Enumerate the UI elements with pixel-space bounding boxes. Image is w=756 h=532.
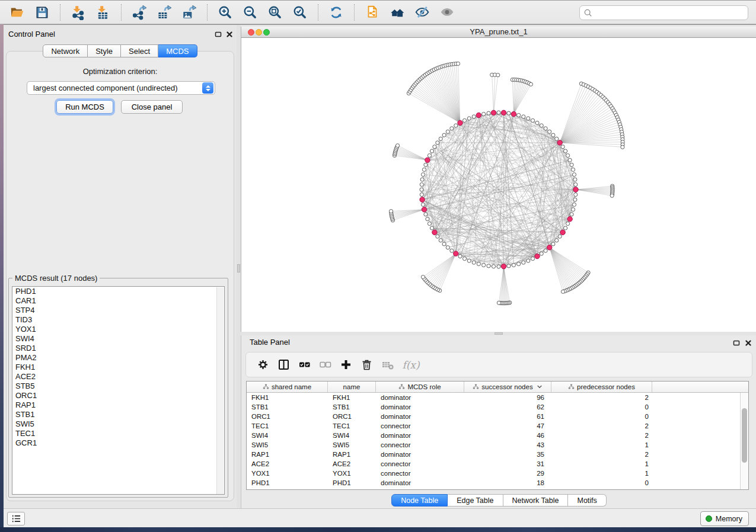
graph-ring-node[interactable] bbox=[507, 111, 511, 115]
window-zoom-light[interactable] bbox=[263, 29, 270, 36]
graph-ring-node[interactable] bbox=[544, 127, 547, 130]
settings-icon[interactable] bbox=[256, 358, 270, 372]
cell-successor-nodes[interactable]: 46 bbox=[464, 431, 551, 440]
mcds-result-item[interactable]: ACE2 bbox=[12, 372, 224, 382]
graph-ring-node[interactable] bbox=[430, 226, 433, 230]
table-row[interactable]: SWI5SWI5connector431 bbox=[247, 440, 748, 450]
cell-MCDS-role[interactable]: dominator bbox=[376, 431, 464, 440]
cell-MCDS-role[interactable]: dominator bbox=[376, 478, 464, 488]
splitter-grip[interactable] bbox=[495, 332, 503, 335]
graph-ring-node[interactable] bbox=[507, 264, 511, 268]
graph-mcds-node[interactable] bbox=[425, 158, 430, 162]
mcds-result-item[interactable]: STP4 bbox=[12, 306, 224, 315]
graph-ring-node[interactable] bbox=[442, 133, 446, 137]
cell-predecessor-nodes[interactable]: 1 bbox=[551, 469, 652, 478]
run-mcds-button[interactable]: Run MCDS bbox=[56, 100, 113, 114]
save-session-icon[interactable] bbox=[33, 3, 52, 22]
column-header-successor-nodes[interactable]: successor nodes bbox=[464, 382, 551, 392]
cell-name[interactable]: YOX1 bbox=[328, 469, 376, 478]
graph-ring-node[interactable] bbox=[531, 257, 534, 260]
graph-mcds-node[interactable] bbox=[454, 251, 458, 256]
graph-mcds-node[interactable] bbox=[547, 245, 552, 250]
graph-mcds-node[interactable] bbox=[422, 207, 426, 211]
graph-ring-node[interactable] bbox=[482, 112, 486, 116]
graph-ring-node[interactable] bbox=[492, 265, 495, 268]
graph-ring-node[interactable] bbox=[517, 113, 521, 117]
cell-predecessor-nodes[interactable]: 2 bbox=[551, 450, 652, 459]
cell-successor-nodes[interactable]: 43 bbox=[464, 440, 551, 450]
graph-ring-node[interactable] bbox=[477, 262, 480, 265]
table-row[interactable]: TEC1TEC1connector472 bbox=[247, 421, 748, 431]
graph-ring-node[interactable] bbox=[422, 168, 426, 171]
cell-shared-name[interactable]: SWI5 bbox=[247, 440, 328, 450]
graph-leaf-node[interactable] bbox=[389, 209, 393, 213]
window-minimize-light[interactable] bbox=[256, 29, 262, 36]
graph-ring-node[interactable] bbox=[433, 145, 436, 149]
show-columns-icon[interactable] bbox=[276, 358, 291, 372]
network-graph[interactable] bbox=[241, 38, 756, 332]
cell-name[interactable]: ORC1 bbox=[328, 412, 376, 421]
graph-ring-node[interactable] bbox=[571, 208, 575, 211]
graph-ring-node[interactable] bbox=[535, 121, 539, 124]
graph-ring-node[interactable] bbox=[568, 158, 572, 162]
graph-ring-node[interactable] bbox=[572, 173, 576, 177]
graph-ring-node[interactable] bbox=[420, 178, 424, 181]
mcds-result-item[interactable]: TEC1 bbox=[12, 429, 224, 438]
mcds-result-item[interactable]: STB5 bbox=[12, 382, 224, 391]
graph-ring-node[interactable] bbox=[426, 217, 429, 221]
mcds-result-item[interactable]: ORC1 bbox=[12, 391, 224, 400]
graph-mcds-node[interactable] bbox=[560, 230, 565, 235]
graph-ring-node[interactable] bbox=[571, 168, 575, 171]
export-table-icon[interactable] bbox=[155, 3, 174, 22]
search-box[interactable] bbox=[579, 5, 748, 20]
graph-mcds-node[interactable] bbox=[535, 254, 540, 258]
table-row[interactable]: ACE2ACE2connector311 bbox=[247, 459, 748, 469]
graph-ring-node[interactable] bbox=[462, 118, 466, 122]
graph-ring-node[interactable] bbox=[527, 259, 530, 262]
graph-mcds-node[interactable] bbox=[501, 110, 506, 115]
graph-ring-node[interactable] bbox=[558, 235, 562, 238]
cell-shared-name[interactable]: ACE2 bbox=[247, 459, 328, 469]
graph-ring-node[interactable] bbox=[420, 182, 423, 186]
vertical-splitter[interactable] bbox=[237, 24, 241, 508]
graph-ring-node[interactable] bbox=[436, 141, 439, 145]
tab-node-table[interactable]: Node Table bbox=[391, 494, 448, 507]
graph-ring-node[interactable] bbox=[555, 239, 559, 242]
close-panel-icon[interactable] bbox=[744, 339, 752, 347]
optimization-criterion-select[interactable]: largest connected component (undirected) bbox=[27, 81, 215, 95]
refresh-icon[interactable] bbox=[327, 3, 346, 22]
cell-shared-name[interactable]: SWI4 bbox=[247, 431, 328, 440]
close-panel-icon[interactable] bbox=[225, 30, 234, 38]
cell-name[interactable]: RAP1 bbox=[328, 450, 376, 459]
zoom-fit-icon[interactable] bbox=[266, 3, 285, 22]
cell-predecessor-nodes[interactable]: 0 bbox=[551, 402, 652, 412]
graph-ring-node[interactable] bbox=[442, 242, 446, 246]
mcds-result-item[interactable]: CAR1 bbox=[12, 296, 224, 306]
deselect-all-icon[interactable] bbox=[318, 358, 332, 372]
table-row[interactable]: YOX1YOX1connector291 bbox=[247, 469, 748, 478]
cell-name[interactable]: STB1 bbox=[328, 402, 376, 412]
cell-shared-name[interactable]: TEC1 bbox=[247, 421, 328, 431]
cell-predecessor-nodes[interactable]: 1 bbox=[551, 440, 652, 450]
graph-leaf-node[interactable] bbox=[421, 275, 425, 278]
column-header-name[interactable]: name bbox=[328, 382, 376, 392]
graph-ring-node[interactable] bbox=[574, 182, 578, 186]
graph-ring-node[interactable] bbox=[566, 222, 569, 225]
cell-successor-nodes[interactable]: 47 bbox=[464, 421, 551, 431]
graph-mcds-node[interactable] bbox=[511, 111, 516, 116]
graph-ring-node[interactable] bbox=[420, 193, 423, 196]
graph-ring-node[interactable] bbox=[548, 130, 551, 133]
graph-ring-node[interactable] bbox=[527, 117, 530, 120]
mcds-result-item[interactable]: SWI4 bbox=[12, 334, 224, 344]
open-file-icon[interactable] bbox=[8, 3, 27, 22]
task-history-button[interactable] bbox=[7, 512, 25, 525]
mcds-result-item[interactable]: SRD1 bbox=[12, 344, 224, 353]
table-row[interactable]: STB1STB1dominator620 bbox=[247, 402, 748, 412]
graph-ring-node[interactable] bbox=[566, 153, 569, 157]
graph-ring-node[interactable] bbox=[544, 249, 547, 252]
tab-edge-table[interactable]: Edge Table bbox=[448, 494, 503, 507]
table-body[interactable]: FKH1FKH1dominator962STB1STB1dominator620… bbox=[247, 393, 748, 488]
tab-select[interactable]: Select bbox=[121, 44, 158, 57]
graph-leaf-node[interactable] bbox=[621, 145, 624, 149]
cell-successor-nodes[interactable]: 62 bbox=[464, 402, 551, 412]
